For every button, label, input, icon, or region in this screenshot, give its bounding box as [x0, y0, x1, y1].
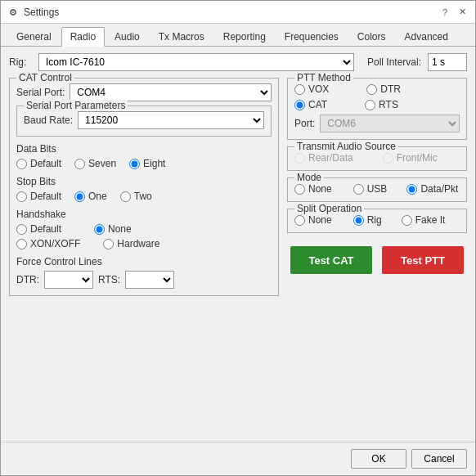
- svg-point-1: [12, 11, 14, 13]
- stop-bits-label: Stop Bits: [16, 176, 272, 187]
- test-ptt-button[interactable]: Test PTT: [382, 246, 464, 274]
- rts-label: RTS:: [98, 274, 120, 285]
- transmit-front-mic[interactable]: Front/Mic: [383, 152, 438, 164]
- serial-port-params-title: Serial Port Parameters: [24, 100, 128, 111]
- ptt-vox[interactable]: VOX: [294, 83, 329, 95]
- handshake-row2: XON/XOFF Hardware: [16, 238, 272, 249]
- split-none[interactable]: None: [294, 214, 332, 226]
- ptt-port-label: Port:: [294, 118, 315, 129]
- mode-title: Mode: [294, 172, 324, 183]
- ptt-cat[interactable]: CAT: [294, 99, 327, 110]
- footer: OK Cancel: [1, 442, 475, 475]
- cancel-button[interactable]: Cancel: [411, 449, 467, 469]
- cat-control-group: CAT Control Serial Port: COM4 Serial Por…: [9, 78, 279, 296]
- tab-radio[interactable]: Radio: [61, 27, 105, 47]
- stop-bits-two[interactable]: Two: [120, 191, 152, 202]
- help-button[interactable]: ?: [440, 7, 450, 18]
- split-operation-row: None Rig Fake It: [294, 214, 460, 226]
- data-bits-radio-row: Default Seven Eight: [16, 158, 272, 169]
- close-button[interactable]: ✕: [456, 6, 469, 18]
- handshake-default[interactable]: Default: [16, 223, 61, 235]
- ptt-row2: CAT RTS: [294, 99, 460, 110]
- stop-bits-group: Stop Bits Default One: [16, 176, 272, 202]
- tab-general[interactable]: General: [7, 27, 61, 46]
- title-bar-controls: ? ✕: [440, 6, 469, 18]
- rig-row: Rig: Icom IC-7610 Poll Interval: 1 s: [9, 53, 467, 71]
- handshake-label: Handshake: [16, 209, 272, 220]
- split-operation-title: Split Operation: [294, 203, 364, 214]
- serial-port-row: Serial Port: COM4: [16, 83, 272, 101]
- data-bits-group: Data Bits Default Seven: [16, 143, 272, 169]
- left-panel: CAT Control Serial Port: COM4 Serial Por…: [9, 78, 279, 435]
- ptt-port-row: Port: COM6: [294, 115, 460, 132]
- tab-bar: General Radio Audio Tx Macros Reporting …: [1, 24, 475, 47]
- transmit-rear-data[interactable]: Rear/Data: [294, 152, 353, 164]
- dtr-select[interactable]: [44, 271, 93, 289]
- mode-data-pkt[interactable]: Data/Pkt: [406, 183, 458, 195]
- main-content: Rig: Icom IC-7610 Poll Interval: 1 s CAT…: [1, 47, 475, 442]
- stop-bits-radio-row: Default One Two: [16, 191, 272, 202]
- serial-port-label: Serial Port:: [16, 87, 65, 98]
- handshake-row1: Default None: [16, 223, 272, 235]
- ptt-method-title: PTT Method: [294, 72, 353, 83]
- split-fake-it[interactable]: Fake It: [402, 214, 446, 226]
- force-control-lines-group: Force Control Lines DTR: RTS:: [16, 256, 272, 289]
- settings-icon: [7, 7, 19, 18]
- transmit-audio-row: Rear/Data Front/Mic: [294, 152, 460, 164]
- data-bits-eight[interactable]: Eight: [129, 158, 165, 169]
- baud-rate-select[interactable]: 115200 9600 19200 38400 57600: [78, 111, 264, 129]
- transmit-audio-group: Transmit Audio Source Rear/Data Front/Mi…: [287, 146, 467, 171]
- split-rig[interactable]: Rig: [353, 214, 382, 226]
- window-title: Settings: [24, 7, 59, 18]
- handshake-xon-xoff[interactable]: XON/XOFF: [16, 238, 80, 249]
- split-operation-group: Split Operation None Rig Fake It: [287, 209, 467, 233]
- stop-bits-one[interactable]: One: [74, 191, 107, 202]
- force-control-row: DTR: RTS:: [16, 271, 272, 289]
- mode-none[interactable]: None: [294, 183, 332, 195]
- handshake-group: Handshake Default None: [16, 209, 272, 249]
- ptt-port-select[interactable]: COM6: [320, 115, 460, 132]
- settings-window: Settings ? ✕ General Radio Audio Tx Macr…: [0, 0, 476, 476]
- ptt-method-group: PTT Method VOX DTR: [287, 78, 467, 140]
- rig-select[interactable]: Icom IC-7610: [38, 53, 354, 71]
- tab-reporting[interactable]: Reporting: [214, 27, 275, 46]
- stop-bits-default[interactable]: Default: [16, 191, 61, 202]
- mode-group: Mode None USB Data/Pkt: [287, 177, 467, 202]
- data-bits-label: Data Bits: [16, 143, 272, 155]
- tab-colors[interactable]: Colors: [348, 27, 395, 46]
- tab-frequencies[interactable]: Frequencies: [276, 27, 348, 46]
- tab-advanced[interactable]: Advanced: [396, 27, 457, 46]
- poll-interval-label: Poll Interval:: [367, 56, 421, 68]
- handshake-hardware[interactable]: Hardware: [103, 238, 159, 249]
- serial-port-select[interactable]: COM4: [70, 83, 272, 101]
- rig-label: Rig:: [9, 56, 32, 68]
- tab-tx-macros[interactable]: Tx Macros: [150, 27, 213, 46]
- main-panels: CAT Control Serial Port: COM4 Serial Por…: [9, 78, 467, 435]
- serial-port-params-group: Serial Port Parameters Baud Rate: 115200…: [16, 106, 272, 137]
- mode-usb[interactable]: USB: [353, 183, 388, 195]
- baud-rate-row: Baud Rate: 115200 9600 19200 38400 57600: [24, 111, 264, 129]
- data-bits-seven[interactable]: Seven: [74, 158, 116, 169]
- title-bar: Settings ? ✕: [1, 1, 475, 24]
- test-cat-button[interactable]: Test CAT: [290, 246, 372, 274]
- poll-interval-input[interactable]: 1 s: [428, 53, 467, 71]
- baud-rate-label: Baud Rate:: [24, 115, 73, 126]
- title-bar-left: Settings: [7, 7, 59, 18]
- cat-control-title: CAT Control: [16, 72, 74, 83]
- test-buttons-row: Test CAT Test PTT: [287, 246, 467, 274]
- tab-audio[interactable]: Audio: [106, 27, 149, 46]
- ok-button[interactable]: OK: [351, 449, 406, 469]
- ptt-dtr[interactable]: DTR: [366, 83, 401, 95]
- data-bits-default[interactable]: Default: [16, 158, 61, 169]
- mode-row: None USB Data/Pkt: [294, 183, 460, 195]
- ptt-rts[interactable]: RTS: [365, 99, 398, 110]
- rts-select[interactable]: [125, 271, 174, 289]
- dtr-label: DTR:: [16, 274, 39, 285]
- right-panel: PTT Method VOX DTR: [287, 78, 467, 435]
- handshake-none[interactable]: None: [94, 223, 132, 235]
- ptt-row1: VOX DTR: [294, 83, 460, 95]
- force-control-lines-label: Force Control Lines: [16, 256, 272, 267]
- transmit-audio-title: Transmit Audio Source: [294, 141, 398, 152]
